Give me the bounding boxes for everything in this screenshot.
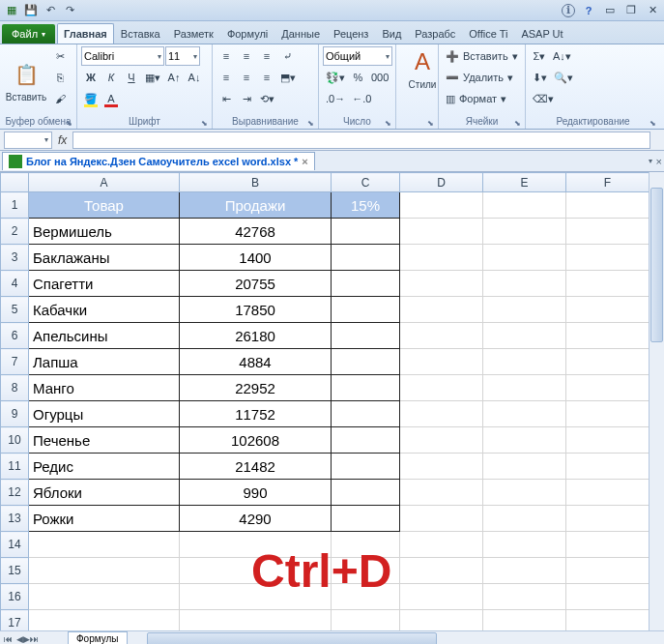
- cell[interactable]: [332, 480, 400, 506]
- cell[interactable]: [483, 323, 566, 349]
- cell[interactable]: Печенье: [29, 427, 180, 454]
- cell[interactable]: [332, 297, 400, 323]
- tab-home[interactable]: Главная: [57, 23, 114, 44]
- border-button[interactable]: ▦▾: [142, 68, 163, 87]
- cell[interactable]: [483, 271, 566, 297]
- font-name-combo[interactable]: Calibri: [81, 46, 164, 66]
- cell[interactable]: [332, 584, 400, 610]
- scroll-thumb[interactable]: [650, 188, 663, 342]
- cell[interactable]: [483, 610, 566, 631]
- cell[interactable]: [180, 532, 332, 558]
- row-header[interactable]: 11: [1, 454, 29, 480]
- cell[interactable]: [566, 219, 650, 245]
- find-button[interactable]: 🔍▾: [551, 68, 576, 87]
- cell[interactable]: Товар: [29, 192, 180, 219]
- cell[interactable]: [332, 375, 400, 401]
- window-restore-icon[interactable]: ❐: [623, 3, 639, 18]
- document-tab[interactable]: Блог на Яндекс.Дзен Самоучитель excel wo…: [2, 152, 315, 170]
- increase-decimal-button[interactable]: .0→: [323, 89, 348, 108]
- cell[interactable]: [332, 558, 400, 584]
- row-header[interactable]: 15: [1, 558, 29, 584]
- cell[interactable]: [566, 532, 650, 558]
- cell[interactable]: [180, 558, 332, 584]
- col-header-b[interactable]: B: [180, 173, 332, 192]
- row-header[interactable]: 4: [1, 271, 29, 297]
- sheet-nav-last-icon[interactable]: ⏭: [30, 634, 39, 644]
- cell[interactable]: [483, 532, 566, 558]
- cell[interactable]: [566, 297, 650, 323]
- cell[interactable]: [483, 401, 566, 427]
- file-tab[interactable]: Файл: [2, 24, 55, 44]
- tab-developer[interactable]: Разрабс: [408, 23, 462, 44]
- cell[interactable]: [483, 480, 566, 506]
- italic-button[interactable]: К: [101, 68, 121, 87]
- cell[interactable]: [332, 245, 400, 271]
- cell[interactable]: [566, 506, 650, 532]
- cell[interactable]: [400, 271, 483, 297]
- row-header[interactable]: 2: [1, 219, 29, 245]
- cell[interactable]: [332, 610, 400, 631]
- cell[interactable]: [566, 427, 650, 454]
- cell[interactable]: [483, 375, 566, 401]
- cell[interactable]: [566, 245, 650, 271]
- row-header[interactable]: 13: [1, 506, 29, 532]
- cell[interactable]: [400, 297, 483, 323]
- vertical-scrollbar[interactable]: [649, 172, 664, 630]
- tab-formulas[interactable]: Формулі: [220, 23, 274, 44]
- cell[interactable]: [332, 219, 400, 245]
- cell[interactable]: 990: [180, 480, 332, 506]
- row-header[interactable]: 16: [1, 584, 29, 610]
- sheet-nav-first-icon[interactable]: ⏮: [0, 634, 16, 644]
- decrease-decimal-button[interactable]: ←.0: [349, 89, 374, 108]
- align-middle-button[interactable]: ≡: [237, 46, 256, 66]
- cell[interactable]: [566, 584, 650, 610]
- close-tab-icon[interactable]: ×: [302, 156, 307, 167]
- cell[interactable]: [483, 427, 566, 454]
- cell[interactable]: [180, 610, 332, 631]
- cell[interactable]: [332, 506, 400, 532]
- fill-color-button[interactable]: 🪣: [81, 89, 101, 108]
- help-circle-icon[interactable]: ℹ: [562, 4, 575, 17]
- autosum-button[interactable]: Σ▾: [530, 46, 549, 66]
- dropdown-icon[interactable]: ▾: [649, 157, 652, 165]
- cell[interactable]: [483, 558, 566, 584]
- sheet-nav-next-icon[interactable]: ▶: [23, 634, 30, 644]
- cell[interactable]: [332, 454, 400, 480]
- col-header-f[interactable]: F: [566, 173, 650, 192]
- cell[interactable]: [332, 427, 400, 454]
- cell[interactable]: [400, 480, 483, 506]
- cell[interactable]: [566, 323, 650, 349]
- cell[interactable]: [566, 480, 650, 506]
- cells-table[interactable]: A B C D E F 1 Товар Продажи 15% 2Вермише…: [0, 172, 650, 630]
- cell[interactable]: [400, 323, 483, 349]
- cell[interactable]: [400, 427, 483, 454]
- col-header-e[interactable]: E: [483, 173, 566, 192]
- tab-data[interactable]: Данные: [274, 23, 327, 44]
- number-format-combo[interactable]: Общий: [323, 46, 392, 66]
- sort-filter-button[interactable]: A↓▾: [550, 46, 574, 66]
- cell[interactable]: [566, 375, 650, 401]
- cell[interactable]: 4884: [180, 349, 332, 375]
- cell[interactable]: [400, 454, 483, 480]
- cell[interactable]: [29, 584, 180, 610]
- cell[interactable]: 21482: [180, 454, 332, 480]
- cell[interactable]: 102608: [180, 427, 332, 454]
- cell[interactable]: [566, 610, 650, 631]
- row-header[interactable]: 7: [1, 349, 29, 375]
- cell[interactable]: [566, 558, 650, 584]
- bold-button[interactable]: Ж: [81, 68, 101, 87]
- window-close-icon[interactable]: ✕: [645, 3, 660, 18]
- cell[interactable]: 20755: [180, 271, 332, 297]
- cell[interactable]: [332, 532, 400, 558]
- cell[interactable]: [566, 454, 650, 480]
- tab-insert[interactable]: Вставка: [114, 23, 167, 44]
- cell[interactable]: Продажи: [180, 192, 332, 219]
- cell[interactable]: [29, 610, 180, 631]
- col-header-d[interactable]: D: [400, 173, 483, 192]
- cell[interactable]: Апельсины: [29, 323, 180, 349]
- comma-button[interactable]: 000: [368, 68, 391, 87]
- tab-office[interactable]: Office Ti: [462, 23, 514, 44]
- row-header[interactable]: 17: [1, 610, 29, 631]
- cell[interactable]: [400, 375, 483, 401]
- row-header[interactable]: 5: [1, 297, 29, 323]
